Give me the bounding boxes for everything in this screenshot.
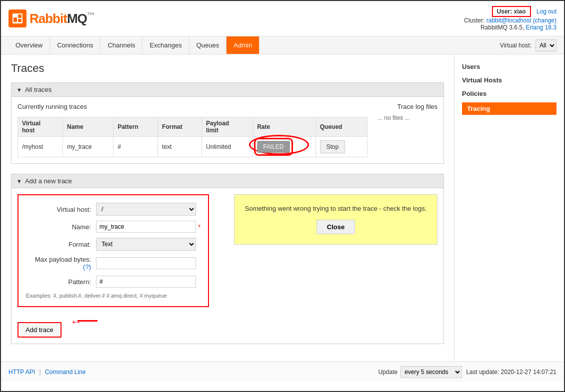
- pattern-input[interactable]: [96, 276, 196, 288]
- name-form-label: Name:: [26, 223, 96, 231]
- logo-text: RabbitMQ™: [30, 11, 94, 26]
- sidebar-item-virtual-hosts[interactable]: Virtual Hosts: [462, 75, 556, 85]
- col-format: Format: [158, 117, 202, 137]
- error-close-button[interactable]: Close: [316, 220, 355, 234]
- table-row: /myhost my_trace # text Unlimited FAILED: [18, 137, 368, 157]
- add-trace-label: Add a new trace: [25, 177, 72, 185]
- format-select[interactable]: Text JSON: [96, 238, 196, 251]
- cluster-host[interactable]: rabbit@localhost: [486, 17, 532, 24]
- nav: Overview Connections Channels Exchanges …: [1, 36, 564, 54]
- vhost-form-label: Virtual host:: [26, 206, 96, 213]
- failed-button[interactable]: FAILED: [257, 141, 290, 153]
- cluster-change[interactable]: (change): [533, 17, 556, 24]
- running-traces-label: Currently running traces: [18, 103, 87, 110]
- no-files-label: ... no files ...: [378, 114, 410, 121]
- username: xiao: [514, 8, 526, 15]
- cell-queued: Stop: [316, 137, 367, 157]
- pattern-row: Pattern:: [26, 276, 200, 288]
- rabbitmq-version: RabbitMQ 3.6.5,: [480, 24, 524, 31]
- sidebar-item-policies[interactable]: Policies: [462, 89, 556, 98]
- stop-button[interactable]: Stop: [320, 140, 346, 153]
- page-title: Traces: [11, 62, 444, 75]
- nav-item-channels[interactable]: Channels: [100, 36, 142, 54]
- nav-right: Virtual host: All: [500, 39, 556, 51]
- payload-row: Max payload bytes: (?): [26, 256, 200, 271]
- update-control: Update every 5 seconds every 10 seconds …: [378, 366, 462, 378]
- trace-table: Virtualhost Name Pattern Format Payloadl…: [18, 117, 368, 157]
- nav-left: Overview Connections Channels Exchanges …: [8, 36, 260, 54]
- logout-link[interactable]: Log out: [536, 8, 556, 15]
- all-traces-content: Currently running traces Trace log files…: [11, 97, 444, 164]
- nav-item-exchanges[interactable]: Exchanges: [142, 36, 189, 54]
- user-label: User:: [497, 8, 512, 15]
- svg-rect-3: [18, 19, 22, 22]
- add-trace-arrow: ▼: [16, 178, 22, 184]
- sidebar: Users Virtual Hosts Policies Tracing: [454, 54, 564, 362]
- pattern-form-label: Pattern:: [26, 278, 96, 286]
- cell-pattern: #: [114, 137, 158, 157]
- svg-rect-1: [14, 17, 17, 22]
- error-message: Something went wrong trying to start the…: [244, 205, 427, 212]
- logo: RabbitMQ™: [8, 9, 94, 27]
- vhost-row: Virtual host: / /myhost All: [26, 203, 200, 216]
- arrow-annotation: ←: [70, 315, 82, 329]
- footer-right: Update every 5 seconds every 10 seconds …: [378, 366, 556, 378]
- add-trace-header[interactable]: ▼ Add a new trace: [11, 174, 444, 188]
- command-line-link[interactable]: Command Line: [45, 369, 86, 376]
- nav-item-queues[interactable]: Queues: [190, 36, 227, 54]
- payload-input[interactable]: [96, 257, 196, 269]
- cell-payload: Unlimited: [202, 137, 253, 157]
- cell-format: text: [158, 137, 202, 157]
- add-trace-content: Virtual host: / /myhost All Name: *: [11, 188, 444, 344]
- payload-help[interactable]: (?): [83, 263, 91, 271]
- sidebar-link-policies[interactable]: Policies: [462, 89, 556, 98]
- add-trace-form-box: Virtual host: / /myhost All Name: *: [18, 194, 209, 307]
- footer-links: HTTP API | Command Line: [8, 369, 88, 376]
- format-form-label: Format:: [26, 241, 96, 248]
- sidebar-link-virtual-hosts[interactable]: Virtual Hosts: [462, 75, 556, 85]
- sidebar-item-tracing[interactable]: Tracing: [462, 102, 556, 115]
- nav-item-admin[interactable]: Admin: [226, 36, 260, 54]
- failed-cell: FAILED: [253, 137, 316, 157]
- all-traces-label: All traces: [25, 86, 52, 93]
- pattern-examples: Examples: #, publish.#, deliver.# #.amq.…: [26, 293, 200, 299]
- col-name: Name: [62, 117, 113, 137]
- last-update-label: Last update:: [466, 369, 499, 376]
- all-traces-header[interactable]: ▼ All traces: [11, 82, 444, 97]
- vhost-form-select[interactable]: / /myhost All: [96, 203, 196, 216]
- footer: HTTP API | Command Line Update every 5 s…: [1, 362, 564, 382]
- collapse-arrow: ▼: [16, 87, 22, 93]
- col-rate: Rate: [253, 117, 316, 137]
- nav-item-overview[interactable]: Overview: [8, 36, 50, 54]
- sidebar-link-tracing[interactable]: Tracing: [462, 102, 556, 115]
- error-box: Something went wrong trying to start the…: [234, 194, 438, 245]
- http-api-link[interactable]: HTTP API: [8, 369, 35, 376]
- update-select[interactable]: every 5 seconds every 10 seconds every 3…: [400, 366, 462, 378]
- vhost-select[interactable]: All: [536, 39, 556, 51]
- required-star: *: [198, 223, 200, 231]
- content: Traces ▼ All traces Currently running tr…: [1, 54, 454, 362]
- cluster-info: Cluster: rabbit@localhost (change): [464, 17, 556, 24]
- format-row: Format: Text JSON: [26, 238, 200, 251]
- cell-vhost: /myhost: [18, 137, 63, 157]
- header: RabbitMQ™ User: xiao Log out Cluster: ra…: [1, 1, 564, 36]
- col-queued: Queued: [316, 117, 367, 137]
- add-trace-section: ▼ Add a new trace Virtual host: / /myhos…: [11, 174, 444, 344]
- last-update: Last update: 2020-12-27 14:07:21: [466, 369, 556, 376]
- payload-form-label: Max payload bytes: (?): [26, 256, 96, 271]
- sidebar-link-users[interactable]: Users: [462, 62, 556, 71]
- col-virtual-host: Virtualhost: [18, 117, 63, 137]
- name-row: Name: *: [26, 221, 200, 233]
- sidebar-item-users[interactable]: Users: [462, 62, 556, 71]
- cluster-label: Cluster:: [464, 17, 484, 24]
- name-input[interactable]: [96, 221, 196, 233]
- main: Traces ▼ All traces Currently running tr…: [1, 54, 564, 362]
- col-pattern: Pattern: [114, 117, 158, 137]
- erlang-version[interactable]: Erlang 18.3: [526, 24, 556, 31]
- add-trace-button[interactable]: Add trace: [18, 322, 62, 338]
- trace-log-files-label: Trace log files: [398, 103, 438, 110]
- cell-name: my_trace: [62, 137, 113, 157]
- arrow-shaft: [78, 320, 98, 322]
- nav-item-connections[interactable]: Connections: [50, 36, 100, 54]
- version-info: RabbitMQ 3.6.5, Erlang 18.3: [464, 24, 556, 31]
